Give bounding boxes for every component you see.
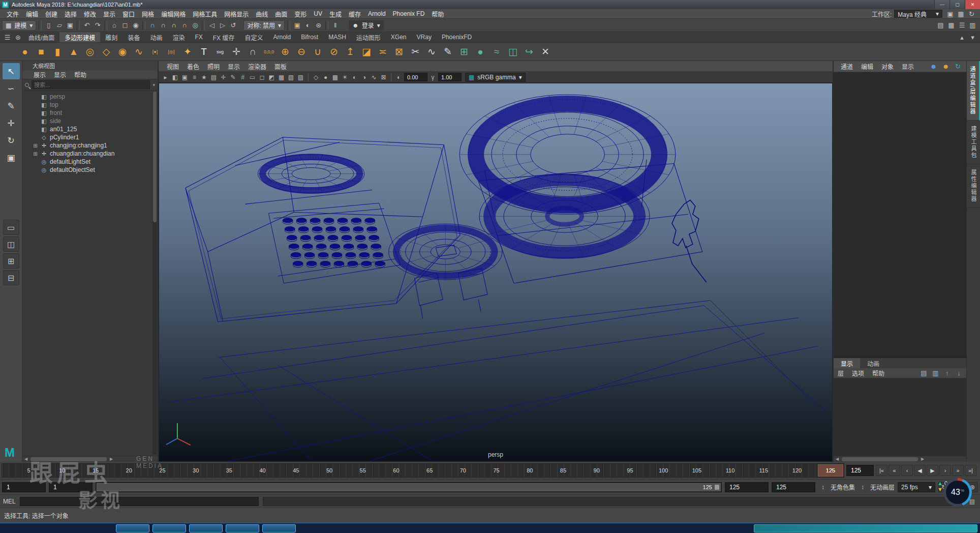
output-connections-icon[interactable]: ▷: [217, 20, 228, 31]
film-gate-icon[interactable]: ▭: [248, 72, 257, 82]
step-forward-key-button[interactable]: ›: [939, 465, 951, 476]
anim-layer-menu-icon[interactable]: ↕: [858, 483, 867, 492]
make-live-icon[interactable]: ◎: [190, 20, 200, 31]
select-component-icon[interactable]: ◉: [130, 20, 141, 31]
shelf-gear-icon[interactable]: ⊛: [13, 32, 23, 43]
taskbar-window-button[interactable]: [262, 524, 296, 532]
pause-icon[interactable]: ‖: [330, 20, 341, 31]
group-collapser[interactable]: [202, 21, 205, 30]
expand-icon[interactable]: ⊞: [33, 151, 38, 157]
outliner-item[interactable]: ◇pCylinder1: [22, 133, 158, 141]
scrollbar-thumb[interactable]: [30, 457, 107, 461]
menu-item[interactable]: 网格显示: [221, 10, 252, 18]
menu-item[interactable]: 生成: [326, 10, 345, 18]
ambient-occlusion-icon[interactable]: ◑: [359, 72, 369, 82]
outliner-list[interactable]: ◧persp◧top◧front◧side◧an01_125◇pCylinder…: [22, 91, 158, 456]
color-management-dropdown[interactable]: ▩ sRGB gamma ▾: [465, 73, 526, 82]
step-back-key-button[interactable]: ‹: [901, 465, 913, 476]
smooth-mesh-icon[interactable]: ≈: [489, 44, 504, 60]
toolbar-expand-icon[interactable]: ▸: [161, 72, 170, 82]
menu-item[interactable]: 创建: [42, 10, 61, 18]
outliner-menu-item[interactable]: 展示: [29, 70, 50, 79]
scroll-right-icon[interactable]: ▶: [108, 457, 115, 461]
menu-item[interactable]: 缓存: [345, 10, 364, 18]
shelf-tab[interactable]: 曲线/曲面: [23, 32, 59, 42]
workspace-switch-icon[interactable]: ▦: [956, 9, 966, 19]
animation-start-field[interactable]: 1: [2, 482, 46, 492]
shelf-tab[interactable]: Arnold: [268, 32, 296, 42]
paint-select-tool[interactable]: ✎: [3, 98, 20, 114]
outliner-menu-item[interactable]: 帮助: [70, 70, 90, 79]
measure-tool-icon[interactable]: ✛: [229, 44, 244, 60]
viewport-menu-item[interactable]: 着色: [183, 62, 203, 71]
outliner-item[interactable]: ◧front: [22, 109, 158, 117]
mirror-geometry-icon[interactable]: ◫: [505, 44, 520, 60]
shelf-tab[interactable]: 装备: [122, 32, 145, 42]
menu-item[interactable]: 变形: [291, 10, 310, 18]
exposure-icon[interactable]: ◐: [394, 72, 404, 82]
snap-grid-icon[interactable]: ∩: [147, 20, 158, 31]
account-icon[interactable]: ☻: [940, 61, 951, 72]
play-backwards-button[interactable]: ◀: [914, 465, 926, 476]
play-forwards-button[interactable]: ▶: [927, 465, 938, 476]
channel-box-menu-item[interactable]: 显示: [898, 62, 918, 71]
outliner-horizontal-scrollbar[interactable]: ◀ ▶: [22, 456, 158, 462]
viewport-menu-item[interactable]: 渲染器: [244, 62, 270, 71]
menu-item[interactable]: 网格: [138, 10, 158, 18]
ipr-render-icon[interactable]: ◐: [302, 20, 313, 31]
sync-status-icon[interactable]: ↻: [953, 61, 963, 72]
taskbar-window-button[interactable]: [116, 524, 149, 532]
shelf-tab[interactable]: Bifrost: [296, 32, 323, 42]
lasso-select-tool[interactable]: ∽: [3, 80, 20, 97]
shelf-tab[interactable]: 自定义: [239, 32, 268, 42]
layer-editor-menu-item[interactable]: 选项: [848, 369, 868, 377]
layer-editor-menu-item[interactable]: 帮助: [868, 369, 889, 377]
taskbar-window-button[interactable]: [152, 524, 186, 532]
menu-item[interactable]: 编辑: [22, 10, 42, 18]
shelf-tab[interactable]: 雕刻: [100, 32, 122, 42]
attribute-editor-toggle-icon[interactable]: ▦: [946, 20, 957, 31]
layer-editor-tab[interactable]: 显示: [834, 358, 860, 368]
construction-history-icon[interactable]: ↺: [228, 20, 238, 31]
minimize-button[interactable]: —: [934, 0, 950, 9]
live-surface-torus-icon[interactable]: [◎]: [164, 44, 179, 60]
viewport-menu-item[interactable]: 显示: [224, 62, 244, 71]
layer-list[interactable]: [834, 378, 966, 456]
tool-settings-toggle-icon[interactable]: ☰: [957, 20, 967, 31]
resolution-gate-icon[interactable]: ◻: [257, 72, 267, 82]
menu-item[interactable]: 选择: [61, 10, 80, 18]
range-bar[interactable]: 125: [96, 482, 722, 492]
channel-box-menu-item[interactable]: 编辑: [857, 62, 877, 71]
layer-new-empty-icon[interactable]: ▤: [918, 368, 929, 378]
shelf-tab[interactable]: FX 缓存: [208, 32, 240, 42]
right-sidebar-tab[interactable]: 建模工具包: [967, 121, 980, 164]
safe-title-icon[interactable]: ▨: [296, 72, 305, 82]
symmetry-dropdown[interactable]: 对称: 禁用 ▾: [243, 20, 285, 31]
fill-hole-icon[interactable]: ⊠: [391, 44, 407, 60]
bridge-icon[interactable]: ≍: [375, 44, 390, 60]
add-account-icon[interactable]: ☻: [928, 61, 939, 72]
menu-item[interactable]: 曲线: [252, 10, 271, 18]
wireframe-mode-icon[interactable]: ◇: [311, 72, 321, 82]
group-collapser[interactable]: [39, 21, 42, 30]
scroll-left-icon[interactable]: ◀: [22, 457, 29, 461]
shelf-tab[interactable]: XGen: [386, 32, 412, 42]
group-collapser[interactable]: [104, 21, 107, 30]
layer-move-up-icon[interactable]: ↑: [942, 368, 953, 378]
menu-item[interactable]: UV: [310, 10, 326, 17]
expand-icon[interactable]: ⊞: [33, 143, 38, 149]
boolean-union-icon[interactable]: ∪: [310, 44, 325, 60]
append-polygon-icon[interactable]: ⊞: [456, 44, 472, 60]
modeling-toolkit-toggle-icon[interactable]: ▤: [935, 20, 946, 31]
gate-mask-icon[interactable]: ◩: [267, 72, 277, 82]
image-plane-icon[interactable]: ▤: [209, 72, 219, 82]
shelf-menu-icon[interactable]: ☰: [2, 32, 13, 43]
outliner-item[interactable]: ◎defaultLightSet: [22, 158, 158, 166]
input-connections-icon[interactable]: ◁: [206, 20, 217, 31]
layer-editor-menu-item[interactable]: 层: [834, 369, 848, 377]
viewport-menu-item[interactable]: 照明: [203, 62, 224, 71]
right-sidebar-tab[interactable]: 通道盒/层编辑器: [967, 61, 980, 121]
viewport-menu-item[interactable]: 面板: [270, 62, 291, 71]
taskbar-window-button[interactable]: [226, 524, 259, 532]
poly-plane-icon[interactable]: ◇: [99, 44, 114, 60]
